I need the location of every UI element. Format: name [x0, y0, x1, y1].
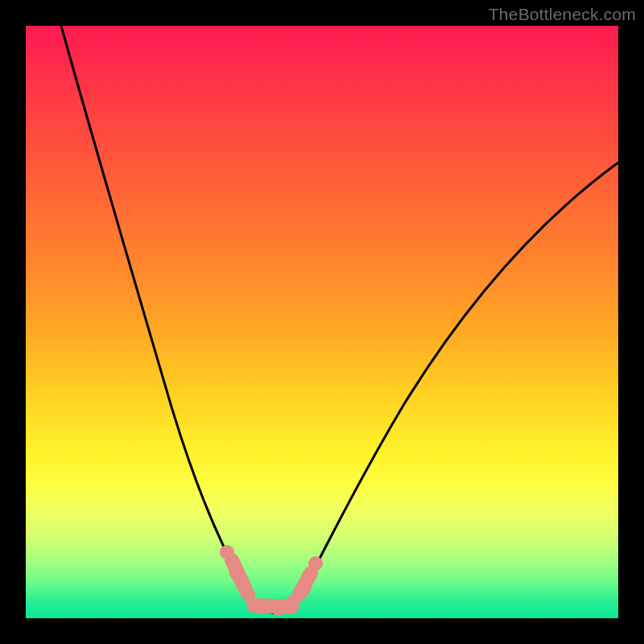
- marker-dot-6: [286, 595, 300, 609]
- marker-dot-2: [229, 566, 244, 580]
- marker-dot-4: [255, 600, 270, 614]
- marker-group: [220, 545, 323, 616]
- marker-dot-3: [241, 587, 255, 601]
- chart-frame: TheBottleneck.com: [0, 0, 644, 644]
- marker-dot-7: [297, 580, 312, 595]
- curve-left-branch: [61, 26, 242, 581]
- bottleneck-curve: [26, 26, 618, 618]
- marker-dot-5: [271, 601, 286, 616]
- marker-dot-1: [220, 545, 234, 559]
- marker-dot-8: [308, 556, 323, 571]
- watermark-text: TheBottleneck.com: [489, 5, 636, 24]
- curve-right-branch: [303, 163, 618, 591]
- plot-area: [26, 26, 618, 618]
